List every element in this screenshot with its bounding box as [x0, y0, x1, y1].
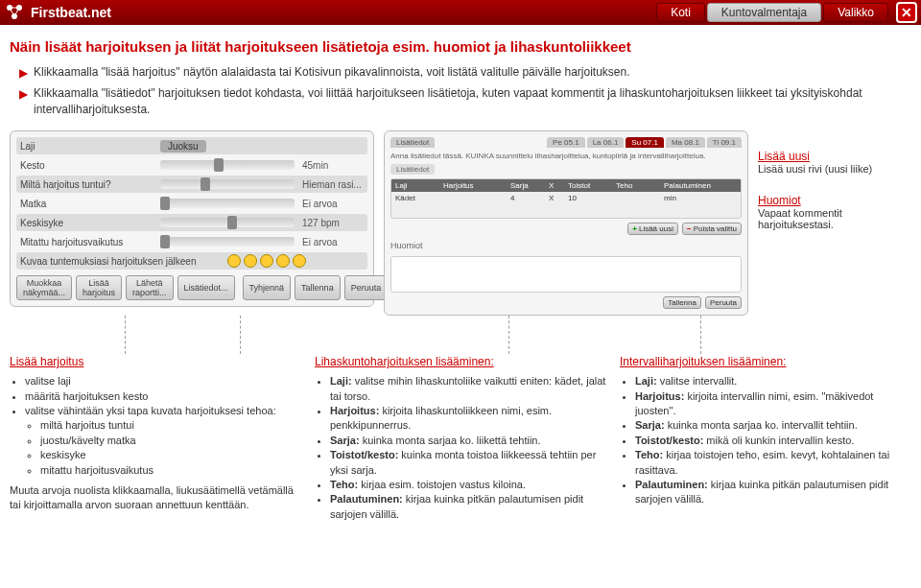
- details-table: Laji Harjoitus Sarja X Toistot Teho Pala…: [390, 178, 742, 219]
- add-exercise-button[interactable]: Lisää harjoitus: [76, 275, 122, 300]
- nav-home[interactable]: Koti: [656, 3, 705, 22]
- feeling-faces[interactable]: [227, 254, 367, 268]
- brand-name: Firstbeat.net: [31, 5, 111, 20]
- value-kesto: 45min: [302, 160, 328, 171]
- value-mitattu: Ei arvoa: [302, 237, 338, 247]
- cell-x: X: [545, 192, 564, 204]
- list-item: määritä harjoituksen kesto: [25, 389, 301, 404]
- col-toistot: Toistot: [564, 179, 612, 192]
- cell-teho[interactable]: [612, 192, 660, 204]
- list-item: mitattu harjoitusvaikutus: [40, 463, 301, 478]
- col-paragraph: Muuta arvoja nuolista klikkaamalla, liuk…: [10, 483, 301, 513]
- date-tab[interactable]: La 06.1: [587, 137, 625, 148]
- clear-button[interactable]: Tyhjennä: [243, 275, 292, 300]
- col-title: Lihaskuntoharjoituksen lisääminen:: [315, 354, 606, 370]
- sub-tab-details[interactable]: Lisätiedot: [390, 164, 435, 175]
- callout-text: Vapaat kommentit harjoituksestasi.: [758, 207, 911, 230]
- arrow-icon: ▶: [19, 86, 28, 103]
- cancel-button[interactable]: Peruuta: [344, 275, 389, 300]
- add-exercise-panel: LajiJuoksu Kesto45min Miltä harjoitus tu…: [10, 130, 374, 307]
- date-tab[interactable]: Pe 05.1: [547, 137, 585, 148]
- date-tab[interactable]: Ma 08.1: [666, 137, 705, 148]
- label-keskisyke: Keskisyke: [16, 218, 160, 228]
- cell-laji[interactable]: Kädet: [391, 192, 439, 204]
- col-title: Lisää harjoitus: [10, 354, 301, 370]
- intro-bullets: ▶Klikkaamalla "lisää harjoitus" näytön a…: [19, 64, 911, 117]
- details-desc: Anna lisätiedot tässä. KUINKA suunnittel…: [390, 152, 742, 160]
- cancel-details-button[interactable]: Peruuta: [705, 296, 742, 309]
- huomiot-label: Huomiot: [390, 241, 742, 250]
- details-panel: Lisätiedot Pe 05.1 La 06.1 Su 07.1 Ma 08…: [384, 130, 748, 316]
- notes-textarea[interactable]: [390, 256, 742, 293]
- label-matka: Matka: [16, 199, 160, 209]
- list-item: juostu/kävelty matka: [40, 434, 301, 448]
- details-header-tab: Lisätiedot: [390, 137, 435, 148]
- callout-add-new: Lisää uusi Lisää uusi rivi (uusi liike): [758, 150, 911, 175]
- cell-harjoitus[interactable]: [439, 192, 507, 204]
- table-row[interactable]: [391, 204, 741, 218]
- list-item: Palautuminen: kirjaa kuinka pitkän palau…: [635, 478, 911, 507]
- slider-mitattu[interactable]: [160, 237, 295, 247]
- value-matka: Ei arvoa: [302, 199, 338, 209]
- col-laji: Laji: [391, 179, 439, 192]
- cell-sarja[interactable]: 4: [507, 192, 545, 204]
- label-tuntui: Miltä harjoitus tuntui?: [16, 179, 160, 190]
- list-item: Toistot/kesto: mikä oli kunkin intervall…: [635, 434, 911, 448]
- list-item: Sarja: kuinka monta sarjaa ko. intervall…: [635, 418, 911, 433]
- slider-keskisyke[interactable]: [160, 218, 295, 227]
- slider-matka[interactable]: [160, 199, 295, 208]
- list-item: Teho: kirjaa esim. toistojen vastus kilo…: [330, 478, 606, 492]
- col-palautuminen: Palautuminen: [660, 179, 741, 192]
- callout-text: Lisää uusi rivi (uusi liike): [758, 163, 911, 175]
- label-kesto: Kesto: [16, 160, 160, 171]
- list-item: Laji: valitse intervallit.: [635, 374, 911, 388]
- callout-notes: Huomiot Vapaat kommentit harjoituksestas…: [758, 194, 911, 230]
- nav-coach[interactable]: Kuntovalmentaja: [707, 3, 821, 22]
- date-tab-active[interactable]: Su 07.1: [626, 137, 664, 148]
- list-item: Palautuminen: kirjaa kuinka pitkän palau…: [330, 492, 606, 522]
- list-item: Harjoitus: kirjoita intervallin nimi, es…: [635, 389, 911, 419]
- arrow-icon: ▶: [19, 65, 28, 82]
- col-title: Intervalliharjoituksen lisääminen:: [620, 354, 911, 370]
- label-laji: Laji: [16, 141, 160, 152]
- add-row-button[interactable]: +Lisää uusi: [627, 223, 678, 235]
- callout-title: Lisää uusi: [758, 150, 911, 163]
- date-tab[interactable]: Ti 09.1: [707, 137, 742, 148]
- save-details-button[interactable]: Tallenna: [663, 296, 701, 309]
- edit-view-button[interactable]: Muokkaa näkymää...: [16, 275, 72, 300]
- delete-row-button[interactable]: −Poista valittu: [682, 223, 742, 235]
- value-tuntui: Hieman rasi...: [302, 179, 362, 190]
- label-mitattu: Mitattu harjoitusvaikutus: [16, 237, 160, 247]
- list-item: valitse vähintään yksi tapa kuvata harjo…: [25, 404, 301, 478]
- value-laji[interactable]: Juoksu: [160, 140, 206, 153]
- list-item: keskisyke: [40, 448, 301, 462]
- close-icon[interactable]: ✕: [896, 2, 917, 23]
- help-col-strength: Lihaskuntoharjoituksen lisääminen: Laji:…: [315, 354, 606, 522]
- details-button[interactable]: Lisätiedot...: [177, 275, 235, 300]
- nav-menu[interactable]: Valikko: [823, 3, 888, 22]
- col-sarja: Sarja: [507, 179, 545, 192]
- list-item: miltä harjoitus tuntui: [40, 418, 301, 433]
- list-item: Laji: valitse mihin lihaskuntoliike vaik…: [330, 374, 606, 404]
- col-harjoitus: Harjoitus: [439, 179, 507, 192]
- plus-icon: +: [632, 224, 637, 233]
- cell-palautuminen[interactable]: min: [660, 192, 741, 204]
- bullet-text: Klikkaamalla "lisätiedot" harjoituksen t…: [34, 85, 911, 118]
- list-item: valitse laji: [25, 374, 301, 388]
- send-report-button[interactable]: Lähetä raportti...: [126, 275, 174, 300]
- label-kuvaa: Kuvaa tuntemuksiasi harjoituksen jälkeen: [16, 256, 227, 267]
- list-item: Sarja: kuinka monta sarjaa ko. liikettä …: [330, 434, 606, 448]
- page-title: Näin lisäät harjoituksen ja liität harjo…: [10, 38, 911, 55]
- app-header: Firstbeat.net Koti Kuntovalmentaja Valik…: [0, 0, 921, 25]
- table-row[interactable]: Kädet 4 X 10 min: [391, 192, 741, 204]
- slider-tuntui[interactable]: [160, 179, 295, 189]
- save-button[interactable]: Tallenna: [295, 275, 341, 300]
- cell-toistot[interactable]: 10: [564, 192, 612, 204]
- col-x: X: [545, 179, 564, 192]
- slider-kesto[interactable]: [160, 160, 295, 170]
- value-keskisyke: 127 bpm: [302, 218, 340, 228]
- list-item: Teho: kirjaa toistojen teho, esim. kevyt…: [635, 448, 911, 478]
- list-item: Toistot/kesto: kuinka monta toistoa liik…: [330, 448, 606, 478]
- minus-icon: −: [687, 224, 692, 233]
- list-item: Harjoitus: kirjoita lihaskuntoliikkeen n…: [330, 404, 606, 434]
